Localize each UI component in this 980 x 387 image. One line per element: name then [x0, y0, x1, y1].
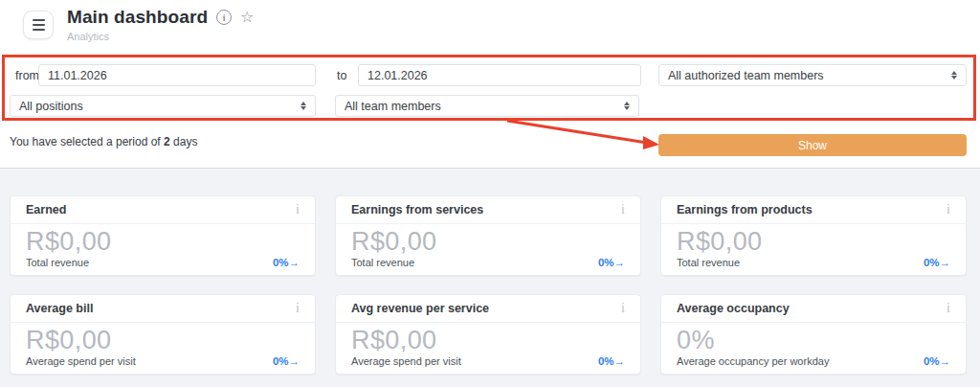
card-title: Earnings from services	[351, 203, 483, 216]
info-icon[interactable]: i	[216, 10, 232, 25]
date-from-input[interactable]	[38, 64, 316, 86]
main-dashboard-page: Main dashboard i ☆ Analytics from to All…	[0, 0, 980, 387]
show-button[interactable]: Show	[658, 134, 967, 156]
card-value: R$0,00	[677, 227, 950, 256]
card-average-occupancy: Average occupancy i 0% Average occupancy…	[660, 294, 967, 375]
card-value: R$0,00	[26, 326, 300, 354]
card-delta-link[interactable]: 0%→	[924, 257, 950, 268]
card-value: R$0,00	[351, 227, 625, 256]
card-menu-icon[interactable]: i	[296, 203, 300, 216]
card-menu-icon[interactable]: i	[296, 302, 300, 315]
star-favorite-icon[interactable]: ☆	[240, 10, 254, 25]
page-title: Main dashboard	[67, 7, 208, 28]
positions-select-value: All positions	[19, 100, 83, 113]
card-title: Avg revenue per service	[351, 302, 489, 315]
card-label: Average spend per visit	[351, 355, 461, 367]
card-value: R$0,00	[351, 326, 625, 354]
select-updown-icon	[624, 102, 630, 110]
arrow-right-icon: →	[289, 257, 301, 268]
card-title: Earnings from products	[677, 203, 813, 216]
card-title: Average occupancy	[677, 302, 790, 315]
card-delta-link[interactable]: 0%→	[273, 257, 300, 268]
hamburger-menu-button[interactable]	[23, 11, 54, 39]
card-delta-link[interactable]: 0%→	[598, 355, 625, 367]
card-label: Average occupancy per workday	[677, 355, 829, 367]
card-label: Total revenue	[351, 257, 414, 268]
select-updown-icon	[951, 71, 957, 80]
card-earned: Earned i R$0,00 Total revenue 0%→	[10, 195, 316, 276]
team-members-select-value: All team members	[345, 100, 441, 113]
period-days-count: 2	[164, 135, 170, 148]
authorized-members-select[interactable]: All authorized team members	[658, 64, 967, 86]
card-avg-revenue-per-service: Avg revenue per service i R$0,00 Average…	[335, 294, 641, 375]
arrow-right-icon: →	[940, 257, 951, 268]
annotation-arrow	[498, 115, 670, 153]
arrow-right-icon: →	[614, 257, 626, 268]
authorized-members-select-value: All authorized team members	[668, 69, 824, 82]
card-title: Earned	[26, 203, 66, 216]
card-earnings-from-products: Earnings from products i R$0,00 Total re…	[660, 195, 967, 276]
card-delta-link[interactable]: 0%→	[598, 257, 625, 268]
hamburger-icon	[33, 19, 45, 21]
arrow-right-icon: →	[289, 355, 301, 367]
team-members-select[interactable]: All team members	[335, 95, 639, 117]
date-to-input[interactable]	[358, 64, 641, 86]
card-menu-icon[interactable]: i	[947, 302, 950, 315]
card-value: 0%	[677, 326, 950, 354]
card-menu-icon[interactable]: i	[621, 203, 625, 216]
card-value: R$0,00	[26, 227, 300, 256]
card-average-bill: Average bill i R$0,00 Average spend per …	[10, 294, 316, 375]
card-title: Average bill	[26, 302, 93, 315]
period-summary: You have selected a period of 2 days	[10, 135, 197, 148]
breadcrumb: Analytics	[67, 31, 109, 42]
arrow-right-icon: →	[614, 355, 626, 367]
card-earnings-from-services: Earnings from services i R$0,00 Total re…	[335, 195, 641, 276]
card-label: Total revenue	[677, 257, 740, 268]
arrow-right-icon: →	[940, 355, 951, 367]
card-delta-link[interactable]: 0%→	[273, 355, 300, 367]
card-menu-icon[interactable]: i	[621, 302, 625, 315]
select-updown-icon	[301, 102, 306, 110]
to-label: to	[337, 69, 346, 82]
card-label: Average spend per visit	[26, 355, 136, 367]
positions-select[interactable]: All positions	[10, 95, 316, 117]
card-label: Total revenue	[26, 257, 89, 268]
card-delta-link[interactable]: 0%→	[924, 355, 950, 367]
from-label: from	[15, 69, 39, 82]
card-menu-icon[interactable]: i	[947, 203, 950, 216]
